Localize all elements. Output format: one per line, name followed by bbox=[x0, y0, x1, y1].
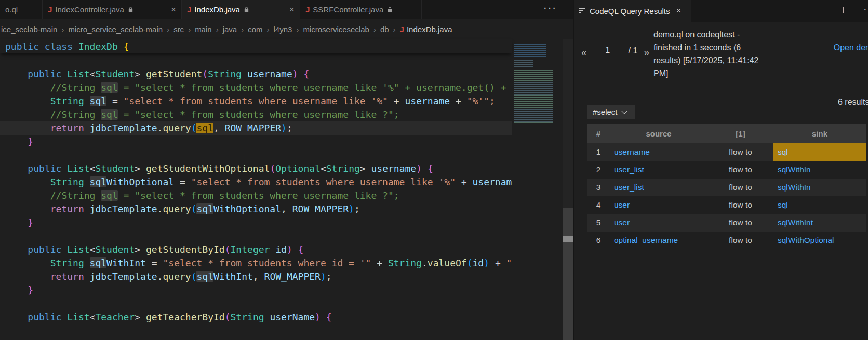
query-results-icon bbox=[579, 8, 585, 13]
result-number: 1 bbox=[587, 143, 609, 161]
result-number: 3 bbox=[587, 179, 609, 196]
vscode-window: o.qlJIndexController.java×JIndexDb.java×… bbox=[0, 0, 868, 340]
page-number-input[interactable]: 1 bbox=[593, 46, 622, 59]
code-line[interactable]: return jdbcTemplate.query(sql, ROW_MAPPE… bbox=[5, 121, 292, 135]
code-line[interactable]: return jdbcTemplate.query(sqlWithInt, RO… bbox=[5, 270, 332, 283]
code-line[interactable]: //String sql = "select * from students w… bbox=[5, 189, 399, 202]
result-set-dropdown[interactable]: #select bbox=[587, 105, 635, 119]
result-sink-link[interactable]: sqlWithIn bbox=[778, 183, 811, 192]
code-line[interactable]: public List<Teacher> getTeacherById(Stri… bbox=[5, 310, 332, 324]
result-source-link[interactable]: user bbox=[614, 218, 630, 227]
result-sink-cell: sqlWithIn bbox=[773, 161, 866, 179]
result-flow-label: flow to bbox=[708, 232, 773, 249]
panel-tab-title: CodeQL Query Results bbox=[590, 7, 670, 16]
result-sink-link[interactable]: sql bbox=[778, 147, 788, 157]
result-sink-link[interactable]: sqlWithOptional bbox=[778, 236, 834, 245]
code-line[interactable]: return jdbcTemplate.query(sqlWithOptiona… bbox=[5, 202, 360, 216]
panel-more-actions-icon[interactable]: ··· bbox=[863, 3, 868, 15]
code-line[interactable]: String sql = "select * from students whe… bbox=[5, 94, 495, 108]
column-header-[interactable]: # bbox=[587, 124, 609, 143]
first-page-button[interactable]: « bbox=[581, 47, 587, 59]
overview-ruler-marker bbox=[563, 236, 573, 242]
result-source-cell: optinal_username bbox=[609, 232, 708, 249]
result-sink-cell: sqlWithInt bbox=[773, 214, 866, 232]
result-sink-link[interactable]: sqlWithIn bbox=[778, 165, 811, 174]
table-row[interactable]: 4userflow tosql bbox=[587, 196, 866, 214]
table-row[interactable]: 5userflow tosqlWithInt bbox=[587, 214, 866, 232]
minimap-code-block bbox=[514, 60, 533, 67]
code-line[interactable]: } bbox=[5, 135, 33, 148]
table-row[interactable]: 3user_listflow tosqlWithIn bbox=[587, 179, 866, 196]
column-header-source[interactable]: source bbox=[609, 124, 708, 143]
table-row[interactable]: 1usernameflow tosql bbox=[587, 143, 866, 161]
column-header-sink[interactable]: sink bbox=[773, 124, 866, 143]
codeql-results-panel: CodeQL Query Results × ··· « 1 / 1 » dem… bbox=[574, 0, 868, 340]
result-number: 5 bbox=[587, 214, 609, 232]
results-pagination: « 1 / 1 » bbox=[581, 46, 649, 59]
code-line[interactable]: } bbox=[5, 283, 33, 297]
result-source-cell: user_list bbox=[609, 179, 708, 196]
results-table: #source[1]sink1usernameflow tosql2user_l… bbox=[587, 124, 866, 249]
chevron-down-icon bbox=[621, 108, 627, 114]
result-source-cell: user_list bbox=[609, 161, 708, 179]
code-line[interactable]: public List<Student> getStudent(String u… bbox=[5, 67, 309, 81]
result-source-cell: user bbox=[609, 196, 708, 214]
result-number: 6 bbox=[587, 232, 609, 249]
result-sink-link[interactable]: sql bbox=[778, 200, 788, 210]
highlighted-result-token: sql bbox=[196, 123, 213, 133]
panel-tab-codeql-query-results[interactable]: CodeQL Query Results × bbox=[574, 0, 691, 22]
result-sink-cell: sql bbox=[773, 196, 866, 214]
editor-scrollbar[interactable] bbox=[563, 39, 573, 340]
editor-more-actions-icon[interactable]: ··· bbox=[543, 2, 557, 13]
code-line[interactable]: public List<Student> getStudentById(Inte… bbox=[5, 243, 303, 256]
result-source-link[interactable]: username bbox=[614, 147, 650, 157]
minimap-code-block bbox=[514, 44, 546, 58]
query-run-info: demo.ql on codeqltest - finished in 1 se… bbox=[653, 28, 760, 80]
code-line[interactable]: String sqlWithOptional = "select * from … bbox=[5, 175, 512, 189]
result-source-cell: user bbox=[609, 214, 708, 232]
code-line[interactable]: //String sql = "select * from students w… bbox=[5, 81, 512, 94]
result-flow-label: flow to bbox=[708, 196, 773, 214]
table-row[interactable]: 2user_listflow tosqlWithIn bbox=[587, 161, 866, 179]
result-sink-cell: sqlWithOptional bbox=[773, 232, 866, 249]
page-total-label: / 1 bbox=[629, 46, 638, 59]
result-source-link[interactable]: user_list bbox=[614, 183, 644, 192]
code-line[interactable]: } bbox=[5, 216, 33, 229]
result-sink-cell: sqlWithIn bbox=[773, 179, 866, 196]
result-flow-label: flow to bbox=[708, 143, 773, 161]
result-flow-label: flow to bbox=[708, 179, 773, 196]
code-line[interactable]: //String sql = "select * from students w… bbox=[5, 108, 399, 121]
result-source-cell: username bbox=[609, 143, 708, 161]
result-number: 2 bbox=[587, 161, 609, 179]
sticky-scroll-line[interactable]: public class IndexDb { bbox=[0, 39, 512, 53]
result-source-link[interactable]: user_list bbox=[614, 165, 644, 174]
minimap[interactable] bbox=[512, 39, 563, 340]
table-row[interactable]: 6optinal_usernameflow tosqlWithOptional bbox=[587, 232, 866, 249]
result-source-link[interactable]: user bbox=[614, 200, 630, 210]
table-header-row: #source[1]sink bbox=[587, 124, 866, 143]
code-line[interactable]: public List<Student> getStudentWithOptio… bbox=[5, 162, 433, 175]
result-sink-link[interactable]: sqlWithInt bbox=[778, 218, 813, 227]
column-header-1[interactable]: [1] bbox=[708, 124, 773, 143]
result-flow-label: flow to bbox=[708, 214, 773, 232]
split-editor-icon[interactable] bbox=[843, 7, 851, 13]
code-line[interactable]: String sqlWithInt = "select * from stude… bbox=[5, 256, 512, 270]
results-count: 6 results bbox=[838, 98, 868, 107]
close-icon[interactable]: × bbox=[676, 6, 682, 16]
result-flow-label: flow to bbox=[708, 161, 773, 179]
open-query-link[interactable]: Open demo.ql bbox=[831, 41, 868, 54]
scrollbar-thumb[interactable] bbox=[563, 208, 573, 340]
result-sink-cell: sql bbox=[773, 143, 866, 161]
last-page-button[interactable]: » bbox=[644, 47, 649, 59]
result-number: 4 bbox=[587, 196, 609, 214]
result-set-label: #select bbox=[593, 107, 618, 116]
minimap-code-block bbox=[514, 70, 553, 123]
result-source-link[interactable]: optinal_username bbox=[614, 236, 678, 245]
